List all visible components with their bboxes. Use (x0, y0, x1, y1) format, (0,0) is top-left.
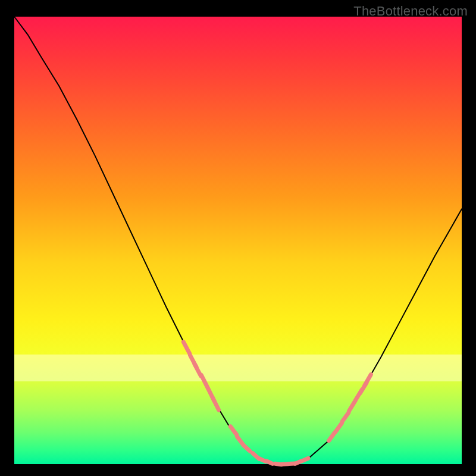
svg-line-18 (302, 458, 309, 461)
chart-container: TheBottleneck.com (0, 0, 476, 476)
watermark-label: TheBottleneck.com (353, 4, 468, 19)
svg-line-13 (266, 461, 273, 464)
svg-rect-1 (14, 355, 462, 381)
svg-rect-0 (14, 17, 462, 464)
bottleneck-chart (0, 0, 476, 476)
